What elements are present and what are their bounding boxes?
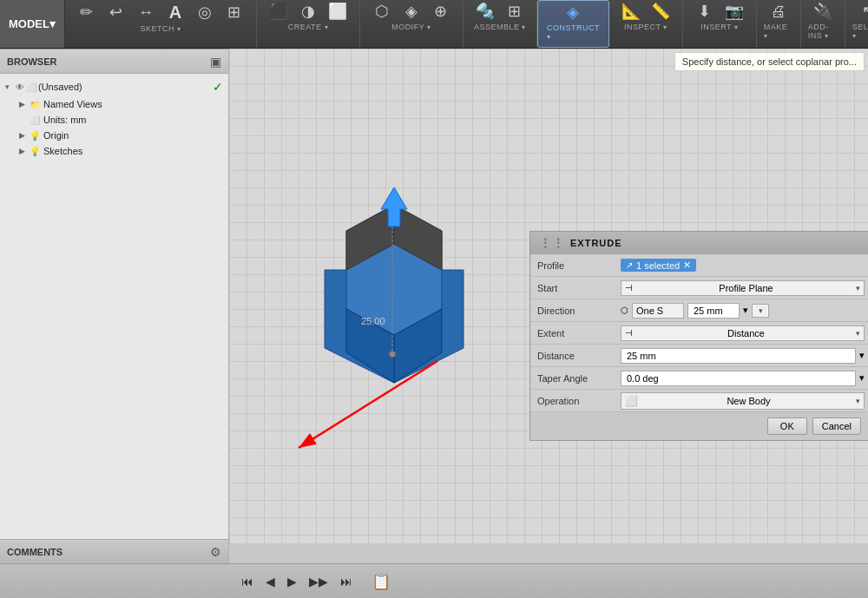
browser-collapse-button[interactable]: ▣ [210,55,221,69]
tree-item-named-views[interactable]: ▶ 📁 Named Views [0,96,228,112]
bulb-icon-sketches: 💡 [30,147,40,156]
extrude-title: EXTRUDE [570,238,622,248]
print-icon: 🖨 [771,3,786,19]
cancel-button[interactable]: Cancel [812,417,861,435]
create-group-label: CREATE ▾ [288,23,328,31]
modify-shell-button[interactable]: ⊕ [426,0,456,23]
profile-selector-icon: ↗ [626,260,633,270]
section-icon: 📏 [651,3,670,19]
tree-item-units[interactable]: ⬜ Units: mm [0,112,228,128]
taper-label: Taper Angle [530,370,617,387]
timeline-button[interactable]: 📋 [372,572,391,591]
grid-icon: ⊞ [227,4,240,20]
sketch-edit-button[interactable]: ✏ [72,1,102,23]
create-box-button[interactable]: ⬜ [323,0,352,23]
construct-plane-button[interactable]: ◈ [558,1,588,23]
operation-dropdown[interactable]: ⬜ New Body ▾ [621,392,865,410]
profile-chip-close[interactable]: ✕ [683,260,691,271]
select-button[interactable]: ↖ [854,0,868,23]
modify-chamfer-button[interactable]: ◈ [397,0,426,23]
operation-value: ⬜ New Body ▾ [617,391,868,411]
taper-input[interactable] [621,371,856,386]
sketch-edit-icon: ✏ [80,4,93,20]
modify-fillet-button[interactable]: ⬡ [367,0,397,23]
assemble-joint-button[interactable]: 🔩 [470,0,500,23]
new-body-icon: ⬜ [625,395,638,407]
start-dropdown[interactable]: ⊣ Profile Plane ▾ [621,280,865,296]
profile-chip-text: 1 selected [636,260,680,271]
direction-distance-input[interactable]: 25 mm [687,303,740,319]
tree-label-sketches: Sketches [43,146,223,156]
tree-arrow-origin: ▶ [19,131,30,140]
browser-header: BROWSER ▣ [0,49,228,74]
addins-group-label: ADD-INS ▾ [808,23,838,40]
assemble-group: 🔩 ⊞ ASSEMBLE ▾ [464,0,537,48]
sketch-group: ✏ ↩ ↔ A ◎ ⊞ SKETCH ▾ [65,0,257,48]
playback-controls: ⏮ ◀ ▶ ▶▶ ⏭ [229,573,365,590]
insert-canvas-button[interactable]: 📷 [720,0,749,23]
distance-value: ▾ [617,346,868,365]
inspect-section-button[interactable]: 📏 [646,0,675,23]
assemble-component-button[interactable]: ⊞ [500,0,529,23]
create-revolve-button[interactable]: ◑ [293,0,323,23]
extrude-start-row: Start ⊣ Profile Plane ▾ [530,277,868,299]
browser-panel: BROWSER ▣ ▾ 👁 ⬜ (Unsaved) ✓ ▶ 📁 Named Vi… [0,49,229,543]
visibility-icon-root: 👁 [16,82,24,92]
inspect-measure-button[interactable]: 📐 [616,0,646,23]
play-button[interactable]: ▶ [284,573,300,590]
model-menu-button[interactable]: MODEL ▾ [0,0,65,48]
ok-button[interactable]: OK [767,417,807,435]
extent-value: ⊣ Distance ▾ [617,324,868,343]
addins-button[interactable]: 🔌 [808,0,838,23]
3d-object: 25.00 [299,179,472,370]
model-label: MODEL [9,17,49,30]
sketch-group-label: SKETCH ▾ [140,24,181,33]
create-group: ⬛ ◑ ⬜ CREATE ▾ [257,0,360,48]
direction-dropdown-text: One S [636,306,663,316]
svg-point-12 [389,351,396,358]
profile-chip[interactable]: ↗ 1 selected ✕ [621,259,696,272]
direction-dropdown[interactable]: One S [632,303,684,319]
extent-dropdown-text: Distance [727,328,765,338]
comments-label: COMMENTS [7,547,210,557]
assemble-group-label: ASSEMBLE ▾ [474,23,526,31]
panel-grip: ⋮⋮ [539,236,565,250]
create-extrude-button[interactable]: ⬛ [264,0,293,23]
comments-settings-icon[interactable]: ⚙ [210,545,221,559]
end-button[interactable]: ⏭ [337,573,356,590]
extrude-panel: ⋮⋮ EXTRUDE Profile ↗ 1 selected ✕ Start … [529,231,868,441]
modify-group-label: MODIFY ▾ [391,23,431,31]
start-dropdown-text: Profile Plane [719,283,773,293]
sketch-undo-button[interactable]: ↩ [102,1,131,23]
extrude-operation-row: Operation ⬜ New Body ▾ [530,390,868,412]
tree-label-named-views: Named Views [43,99,223,109]
addins-group: 🔌 ADD-INS ▾ [801,0,845,48]
sketch-mirror-button[interactable]: ↔ [131,1,161,23]
import-icon: ⬇ [698,3,711,19]
plane-icon: ◈ [567,4,579,20]
box-icon: ⬜ [328,3,347,19]
make-print-button[interactable]: 🖨 [764,0,793,23]
fillet-icon: ⬡ [375,3,389,19]
extrude-distance-row: Distance ▾ [530,345,868,367]
tree-item-root[interactable]: ▾ 👁 ⬜ (Unsaved) ✓ [0,77,228,96]
next-frame-button[interactable]: ▶▶ [306,573,332,590]
select-group-label: SELECT ▾ [852,23,868,40]
direction-mode-dropdown[interactable]: ▾ [752,304,769,318]
sketch-grid-button[interactable]: ⊞ [220,1,249,23]
prev-frame-button[interactable]: ◀ [262,573,279,590]
tree-item-origin[interactable]: ▶ 💡 Origin [0,128,228,143]
sketch-circle-button[interactable]: ◎ [190,1,220,23]
insert-import-button[interactable]: ⬇ [690,0,720,23]
extrude-direction-row: Direction ⬡ One S 25 mm ▾ ▾ [530,299,868,322]
extent-dropdown[interactable]: ⊣ Distance ▾ [621,325,865,341]
sketch-text-button[interactable]: A [161,0,190,24]
addins-icon: 🔌 [813,3,832,19]
tree-item-sketches[interactable]: ▶ 💡 Sketches [0,143,228,159]
distance-input[interactable] [621,348,856,364]
direction-value: ⬡ One S 25 mm ▾ ▾ [617,301,868,320]
viewport[interactable]: Specify distance, or select coplanar pro… [229,49,868,543]
chamfer-icon: ◈ [405,3,418,19]
undo-icon: ↩ [109,4,122,20]
rewind-button[interactable]: ⏮ [238,573,257,590]
